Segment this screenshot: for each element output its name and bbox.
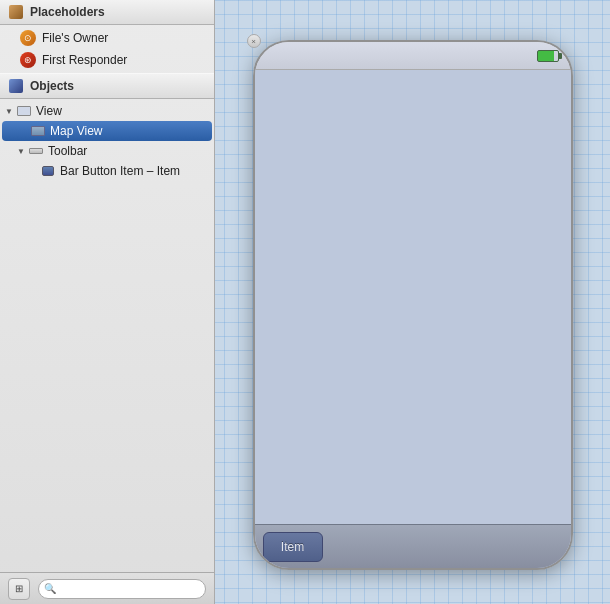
left-panel: Placeholders ⊙ File's Owner ⊛ First Resp… — [0, 0, 215, 604]
tree-item-mapview[interactable]: Map View — [2, 121, 212, 141]
map-view-content — [255, 70, 571, 524]
iphone-status-bar — [255, 42, 571, 70]
toolbar-item-label: Item — [281, 540, 304, 554]
left-panel-bottom-bar: ⊞ 🔍 — [0, 572, 214, 604]
search-container: 🔍 — [38, 579, 206, 599]
tree-label-mapview: Map View — [50, 124, 102, 138]
tree-item-barbuttonitem[interactable]: Bar Button Item – Item — [0, 161, 214, 181]
iphone-toolbar: Item — [255, 524, 571, 568]
objects-label: Objects — [30, 79, 74, 93]
disclosure-toolbar[interactable] — [16, 146, 26, 156]
object-tree: View Map View Toolbar — [0, 99, 214, 572]
toolbar-item-button[interactable]: Item — [263, 532, 323, 562]
search-icon: 🔍 — [44, 583, 56, 594]
placeholder-list: ⊙ File's Owner ⊛ First Responder — [0, 25, 214, 73]
search-input[interactable] — [38, 579, 206, 599]
battery-icon — [537, 50, 559, 62]
toolbar-icon — [28, 143, 44, 159]
iphone-frame: Item — [253, 40, 573, 570]
iphone-close-button[interactable]: × — [247, 34, 261, 48]
disclosure-barbuttonitem — [28, 166, 38, 176]
placeholders-cube-icon — [8, 4, 24, 20]
barbuttonitem-icon — [40, 163, 56, 179]
objects-header: Objects — [0, 73, 214, 99]
disclosure-view[interactable] — [4, 106, 14, 116]
tree-label-toolbar: Toolbar — [48, 144, 87, 158]
iphone-screen: Item — [255, 70, 571, 568]
main-layout: Placeholders ⊙ File's Owner ⊛ First Resp… — [0, 0, 610, 604]
tree-label-barbuttonitem: Bar Button Item – Item — [60, 164, 180, 178]
canvas-area: × Item — [215, 0, 610, 604]
file-owner-label: File's Owner — [42, 31, 108, 45]
panel-toggle-button[interactable]: ⊞ — [8, 578, 30, 600]
tree-item-toolbar[interactable]: Toolbar — [0, 141, 214, 161]
placeholders-header: Placeholders — [0, 0, 214, 25]
iphone-outer: × Item — [253, 40, 573, 570]
file-owner-item[interactable]: ⊙ File's Owner — [0, 27, 214, 49]
first-responder-icon: ⊛ — [20, 52, 36, 68]
tree-item-view[interactable]: View — [0, 101, 214, 121]
first-responder-item[interactable]: ⊛ First Responder — [0, 49, 214, 71]
file-owner-icon: ⊙ — [20, 30, 36, 46]
objects-cube-icon — [8, 78, 24, 94]
disclosure-mapview — [18, 126, 28, 136]
placeholders-label: Placeholders — [30, 5, 105, 19]
tree-label-view: View — [36, 104, 62, 118]
view-icon — [16, 103, 32, 119]
mapview-icon — [30, 123, 46, 139]
first-responder-label: First Responder — [42, 53, 127, 67]
